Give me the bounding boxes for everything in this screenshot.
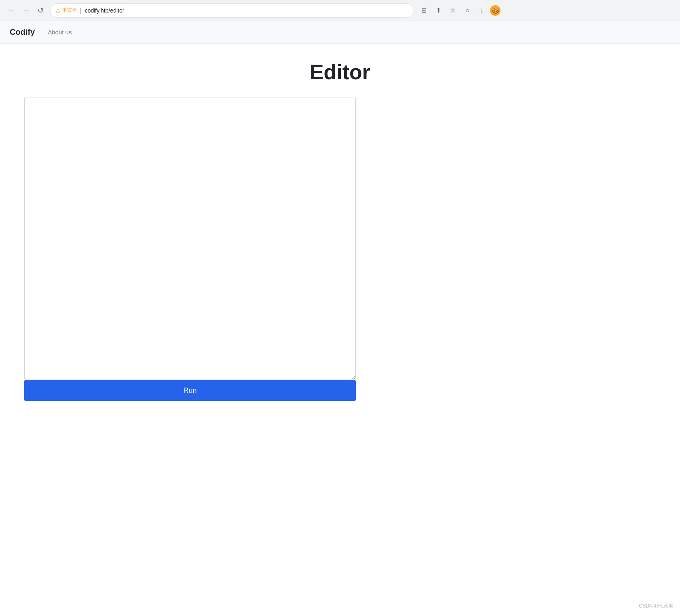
editor-section: Run bbox=[24, 97, 656, 401]
profile-emoji: 🍪 bbox=[492, 7, 499, 14]
extensions-button[interactable]: ○ bbox=[461, 4, 474, 17]
address-separator: | bbox=[80, 7, 82, 14]
more-icon: ⋮ bbox=[479, 6, 485, 14]
browser-chrome: ← → ↺ ⚠ 不安全 | codify.htb/editor ⊟ ⬆ ☆ ○ bbox=[0, 0, 680, 21]
browser-toolbar: ← → ↺ ⚠ 不安全 | codify.htb/editor ⊟ ⬆ ☆ ○ bbox=[0, 0, 680, 21]
run-button[interactable]: Run bbox=[24, 380, 356, 401]
website-content: Codify About us Editor Run bbox=[0, 21, 680, 616]
bookmark-icon: ☆ bbox=[450, 6, 456, 14]
warning-icon: ⚠ bbox=[55, 7, 61, 14]
page-title: Editor bbox=[24, 60, 656, 84]
site-navbar: Codify About us bbox=[0, 21, 680, 44]
main-content: Editor Run bbox=[0, 44, 680, 417]
share-button[interactable]: ⬆ bbox=[432, 4, 445, 17]
extensions-icon: ○ bbox=[465, 7, 469, 14]
security-warning: ⚠ 不安全 bbox=[55, 7, 77, 14]
profile-avatar[interactable]: 🍪 bbox=[490, 5, 500, 16]
translate-button[interactable]: ⊟ bbox=[417, 4, 430, 17]
share-icon: ⬆ bbox=[436, 6, 441, 14]
back-button[interactable]: ← bbox=[5, 4, 18, 17]
forward-button[interactable]: → bbox=[19, 4, 32, 17]
more-button[interactable]: ⋮ bbox=[475, 4, 488, 17]
about-us-link[interactable]: About us bbox=[44, 27, 75, 37]
site-logo[interactable]: Codify bbox=[10, 27, 35, 37]
translate-icon: ⊟ bbox=[421, 6, 427, 14]
toolbar-actions: ⊟ ⬆ ☆ ○ ⋮ 🍪 bbox=[417, 4, 500, 17]
address-bar[interactable]: ⚠ 不安全 | codify.htb/editor bbox=[50, 3, 414, 18]
address-url: codify.htb/editor bbox=[85, 7, 409, 14]
bookmark-button[interactable]: ☆ bbox=[446, 4, 459, 17]
code-editor[interactable] bbox=[24, 97, 356, 380]
reload-button[interactable]: ↺ bbox=[34, 4, 47, 17]
security-warning-text: 不安全 bbox=[62, 7, 77, 14]
watermark: CSDN @七天啊 bbox=[639, 603, 674, 610]
nav-buttons: ← → ↺ bbox=[5, 4, 47, 17]
